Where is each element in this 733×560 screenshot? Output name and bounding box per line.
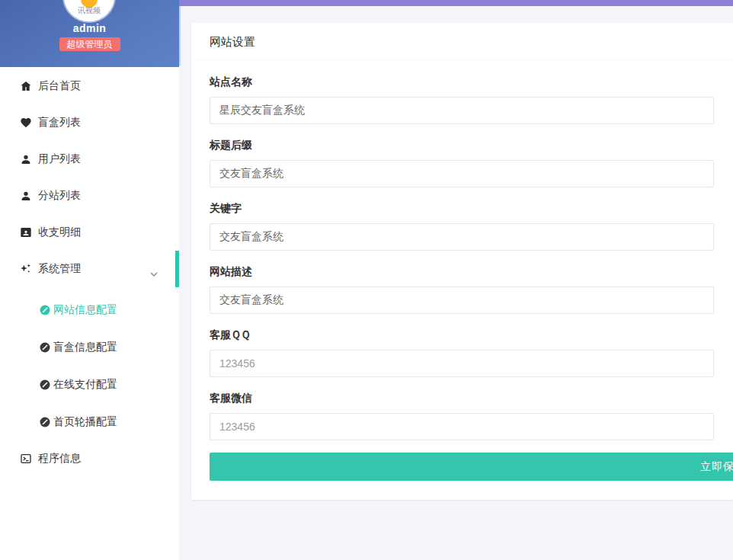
sidebar-subitem-online-payment-config[interactable]: 在线支付配置: [0, 366, 179, 403]
circle-slash-icon: [40, 379, 50, 390]
terminal-icon: [19, 453, 32, 466]
site-name-input[interactable]: [210, 97, 714, 124]
sidebar-item-label: 后台首页: [38, 79, 81, 93]
avatar-logo-icon: 讯视频: [64, 0, 114, 21]
form-group-service-qq: 客服ＱＱ: [210, 328, 733, 377]
form-group-site-name: 站点名称: [210, 75, 733, 124]
service-wechat-input[interactable]: [210, 413, 714, 440]
role-badge: 超级管理员: [59, 37, 120, 51]
field-label: 关键字: [210, 202, 733, 216]
sidebar-subitem-label: 在线支付配置: [53, 378, 117, 392]
chevron-down-icon: [150, 267, 158, 280]
field-label: 客服ＱＱ: [210, 328, 733, 342]
form-group-site-description: 网站描述: [210, 265, 733, 314]
top-accent-bar: [179, 0, 733, 6]
heart-icon: [19, 117, 32, 130]
sidebar-subitem-homepage-carousel-config[interactable]: 首页轮播配置: [0, 403, 179, 440]
sparkles-icon: [19, 263, 32, 276]
keywords-input[interactable]: [210, 223, 714, 251]
form-group-title-suffix: 标题后缀: [210, 139, 733, 187]
home-icon: [19, 80, 32, 93]
user-icon: [19, 190, 32, 203]
sidebar: 讯视频 admin 超级管理员 后台首页 盲盒列表 用户列表: [0, 0, 179, 560]
sidebar-item-system-management[interactable]: 系统管理: [0, 251, 179, 287]
settings-card: 网站设置 站点名称 标题后缀 关键字 网站描述 客服ＱＱ: [191, 23, 733, 500]
sidebar-subitem-blindbox-info-config[interactable]: 盲盒信息配置: [0, 328, 179, 366]
circle-slash-icon: [40, 305, 50, 315]
settings-form: 站点名称 标题后缀 关键字 网站描述 客服ＱＱ 客服微信: [191, 75, 733, 481]
sidebar-item-label: 程序信息: [38, 452, 81, 466]
service-qq-input[interactable]: [210, 350, 714, 377]
sidebar-item-dashboard[interactable]: 后台首页: [0, 68, 179, 104]
sidebar-subitem-label: 盲盒信息配置: [53, 341, 117, 354]
sidebar-item-finance-detail[interactable]: 收支明细: [0, 214, 179, 251]
avatar: 讯视频: [64, 0, 114, 21]
main-content: 网站设置 站点名称 标题后缀 关键字 网站描述 客服ＱＱ: [179, 0, 733, 560]
username: admin: [0, 22, 179, 34]
sidebar-item-label: 用户列表: [38, 152, 81, 166]
save-button[interactable]: 立即保存: [210, 453, 733, 481]
sidebar-item-label: 盲盒列表: [38, 116, 81, 130]
active-menu-indicator: [175, 251, 179, 287]
field-label: 标题后缀: [210, 139, 733, 152]
sidebar-subitem-label: 首页轮播配置: [53, 415, 117, 429]
sidebar-item-blindbox-list[interactable]: 盲盒列表: [0, 104, 179, 141]
sidebar-item-user-list[interactable]: 用户列表: [0, 141, 179, 178]
sidebar-submenu: 网站信息配置 盲盒信息配置 在线支付配置 首页轮播配置: [0, 287, 179, 440]
sidebar-item-label: 收支明细: [38, 226, 81, 239]
title-suffix-input[interactable]: [210, 160, 714, 187]
site-description-input[interactable]: [210, 286, 714, 314]
sidebar-subitem-site-info-config[interactable]: 网站信息配置: [0, 291, 179, 328]
circle-slash-icon: [40, 417, 50, 427]
sidebar-scrollbar-thumb[interactable]: [179, 6, 181, 66]
user-icon: [19, 153, 32, 166]
circle-slash-icon: [40, 342, 50, 353]
sidebar-header: 讯视频 admin 超级管理员: [0, 0, 179, 67]
sidebar-item-program-info[interactable]: 程序信息: [0, 440, 179, 477]
sidebar-item-substation-list[interactable]: 分站列表: [0, 178, 179, 214]
page-title: 网站设置: [191, 23, 733, 61]
field-label: 站点名称: [210, 75, 733, 89]
sidebar-subitem-label: 网站信息配置: [53, 303, 117, 317]
field-label: 网站描述: [210, 265, 733, 279]
svg-text:讯视频: 讯视频: [77, 6, 101, 14]
form-group-keywords: 关键字: [210, 202, 733, 251]
sidebar-item-label: 系统管理: [38, 262, 81, 276]
form-group-service-wechat: 客服微信: [210, 392, 733, 440]
sidebar-item-label: 分站列表: [38, 189, 81, 203]
field-label: 客服微信: [210, 392, 733, 405]
contact-card-icon: [19, 226, 32, 239]
sidebar-menu: 后台首页 盲盒列表 用户列表 分站列表: [0, 67, 179, 477]
